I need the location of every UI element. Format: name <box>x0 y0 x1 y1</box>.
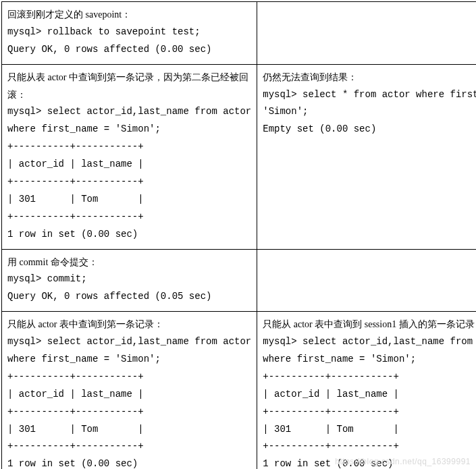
code-line: +----------+-----------+ <box>7 209 251 226</box>
code-line: where first_name = 'Simon'; <box>7 351 251 368</box>
code-line: +----------+-----------+ <box>263 404 476 421</box>
cell-description: 只能从 actor 表中查询到第一条记录： <box>7 316 251 333</box>
code-line: 'Simon'; <box>263 103 476 121</box>
table-row: 只能从表 actor 中查询到第一条记录，因为第二条已经被回滚：mysql> s… <box>2 64 477 249</box>
code-line: +----------+-----------+ <box>7 138 251 156</box>
code-line: | 301 | Tom | <box>7 191 251 209</box>
cell-description: 只能从 actor 表中查询到 session1 插入的第一条记录： <box>263 316 476 333</box>
code-line: mysql> select * from actor where first_n… <box>263 86 476 104</box>
code-line: +----------+-----------+ <box>7 173 251 191</box>
code-line: | actor_id | last_name | <box>7 156 251 173</box>
cell-description: 仍然无法查询到结果： <box>263 69 476 86</box>
table-row: 只能从 actor 表中查询到第一条记录：mysql> select actor… <box>2 312 477 469</box>
left-cell: 回滚到刚才定义的 savepoint：mysql> rollback to sa… <box>2 2 257 65</box>
code-line: +----------+-----------+ <box>7 438 251 456</box>
code-line: mysql> select actor_id,last_name from ac… <box>263 333 476 351</box>
left-cell: 用 commit 命令提交：mysql> commit;Query OK, 0 … <box>2 249 257 312</box>
page-container: 回滚到刚才定义的 savepoint：mysql> rollback to sa… <box>0 1 476 469</box>
right-cell: 仍然无法查询到结果：mysql> select * from actor whe… <box>257 64 476 249</box>
left-cell: 只能从表 actor 中查询到第一条记录，因为第二条已经被回滚：mysql> s… <box>2 64 257 249</box>
right-cell: 只能从 actor 表中查询到 session1 插入的第一条记录：mysql>… <box>257 312 476 469</box>
code-line: where first_name = 'Simon'; <box>7 121 251 138</box>
code-line: +----------+-----------+ <box>7 404 251 421</box>
code-line: | actor_id | last_name | <box>7 386 251 404</box>
table-row: 回滚到刚才定义的 savepoint：mysql> rollback to sa… <box>2 2 477 65</box>
code-line: 1 row in set (0.00 sec) <box>263 456 476 469</box>
code-line: +----------+-----------+ <box>7 368 251 386</box>
code-line: 1 row in set (0.00 sec) <box>7 456 251 469</box>
code-line: Query OK, 0 rows affected (0.05 sec) <box>7 288 251 306</box>
left-cell: 只能从 actor 表中查询到第一条记录：mysql> select actor… <box>2 312 257 469</box>
sql-session-table: 回滚到刚才定义的 savepoint：mysql> rollback to sa… <box>1 1 476 469</box>
cell-description: 回滚到刚才定义的 savepoint： <box>7 6 251 24</box>
table-row: 用 commit 命令提交：mysql> commit;Query OK, 0 … <box>2 249 477 312</box>
code-line: mysql> rollback to savepoint test; <box>7 24 251 41</box>
cell-description: 只能从表 actor 中查询到第一条记录，因为第二条已经被回滚： <box>7 69 251 104</box>
code-line: Query OK, 0 rows affected (0.00 sec) <box>7 41 251 59</box>
code-line: | actor_id | last_name | <box>263 386 476 404</box>
table-body: 回滚到刚才定义的 savepoint：mysql> rollback to sa… <box>2 2 477 470</box>
code-line: where first_name = 'Simon'; <box>263 351 476 368</box>
code-line: +----------+-----------+ <box>263 368 476 386</box>
code-line: +----------+-----------+ <box>263 438 476 456</box>
right-cell <box>257 249 476 312</box>
cell-description: 用 commit 命令提交： <box>7 254 251 271</box>
code-line: mysql> select actor_id,last_name from ac… <box>7 333 251 351</box>
code-line: mysql> commit; <box>7 271 251 288</box>
code-line: Empty set (0.00 sec) <box>263 121 476 138</box>
right-cell <box>257 2 476 65</box>
code-line: mysql> select actor_id,last_name from ac… <box>7 103 251 121</box>
code-line: | 301 | Tom | <box>7 421 251 439</box>
code-line: | 301 | Tom | <box>263 421 476 439</box>
code-line: 1 row in set (0.00 sec) <box>7 226 251 244</box>
